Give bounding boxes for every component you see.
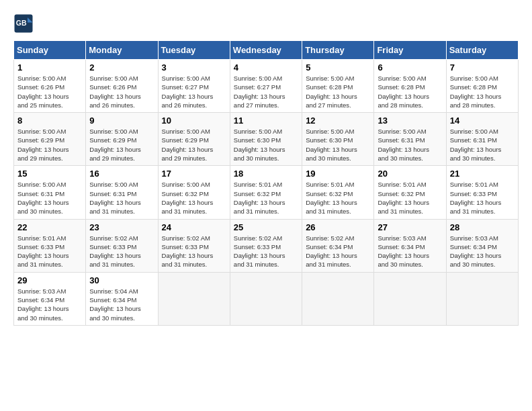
weekday-header-thursday: Thursday [302,41,374,60]
calendar-cell: 15Sunrise: 5:00 AM Sunset: 6:31 PM Dayli… [14,166,86,219]
day-info: Sunrise: 5:01 AM Sunset: 6:33 PM Dayligh… [17,234,82,269]
calendar-cell: 22Sunrise: 5:01 AM Sunset: 6:33 PM Dayli… [14,219,86,272]
day-info: Sunrise: 5:00 AM Sunset: 6:26 PM Dayligh… [89,74,154,109]
day-number: 7 [450,62,515,73]
logo-icon: GB [13,13,34,34]
calendar-cell [374,272,446,325]
day-info: Sunrise: 5:00 AM Sunset: 6:30 PM Dayligh… [234,127,298,163]
day-number: 1 [17,62,82,73]
day-info: Sunrise: 5:00 AM Sunset: 6:31 PM Dayligh… [450,127,515,163]
day-number: 2 [89,62,154,73]
calendar-cell: 1Sunrise: 5:00 AM Sunset: 6:26 PM Daylig… [14,60,86,113]
calendar-cell: 23Sunrise: 5:02 AM Sunset: 6:33 PM Dayli… [86,219,158,272]
day-info: Sunrise: 5:00 AM Sunset: 6:29 PM Dayligh… [17,127,82,163]
calendar-cell: 30Sunrise: 5:04 AM Sunset: 6:34 PM Dayli… [86,272,158,325]
day-info: Sunrise: 5:01 AM Sunset: 6:33 PM Dayligh… [450,180,515,216]
day-info: Sunrise: 5:00 AM Sunset: 6:31 PM Dayligh… [89,180,154,216]
calendar-cell: 5Sunrise: 5:00 AM Sunset: 6:28 PM Daylig… [302,60,374,113]
weekday-header-saturday: Saturday [446,41,518,60]
calendar-cell: 24Sunrise: 5:02 AM Sunset: 6:33 PM Dayli… [158,219,230,272]
day-number: 26 [306,222,370,232]
calendar-cell [446,272,518,325]
day-info: Sunrise: 5:01 AM Sunset: 6:32 PM Dayligh… [378,180,442,216]
day-number: 19 [306,169,370,179]
day-number: 15 [17,169,82,179]
calendar-week-4: 22Sunrise: 5:01 AM Sunset: 6:33 PM Dayli… [14,219,519,272]
day-info: Sunrise: 5:00 AM Sunset: 6:28 PM Dayligh… [306,74,370,109]
day-number: 30 [89,275,154,285]
day-number: 27 [378,222,442,232]
calendar-week-5: 29Sunrise: 5:03 AM Sunset: 6:34 PM Dayli… [14,272,519,325]
day-info: Sunrise: 5:00 AM Sunset: 6:27 PM Dayligh… [162,74,226,109]
day-info: Sunrise: 5:00 AM Sunset: 6:31 PM Dayligh… [378,127,442,163]
day-info: Sunrise: 5:03 AM Sunset: 6:34 PM Dayligh… [17,287,82,322]
weekday-header-tuesday: Tuesday [158,41,230,60]
day-number: 11 [234,116,298,126]
day-number: 8 [17,116,82,126]
day-info: Sunrise: 5:00 AM Sunset: 6:31 PM Dayligh… [17,180,82,216]
day-info: Sunrise: 5:00 AM Sunset: 6:27 PM Dayligh… [234,74,298,109]
weekday-header-wednesday: Wednesday [230,41,302,60]
calendar-cell: 10Sunrise: 5:00 AM Sunset: 6:29 PM Dayli… [158,113,230,166]
day-info: Sunrise: 5:00 AM Sunset: 6:30 PM Dayligh… [306,127,370,163]
day-number: 14 [450,116,515,126]
day-info: Sunrise: 5:00 AM Sunset: 6:28 PM Dayligh… [378,74,442,109]
day-number: 10 [162,116,226,126]
weekday-header-row: SundayMondayTuesdayWednesdayThursdayFrid… [14,41,519,60]
calendar-cell: 4Sunrise: 5:00 AM Sunset: 6:27 PM Daylig… [230,60,302,113]
calendar-cell [230,272,302,325]
day-info: Sunrise: 5:01 AM Sunset: 6:32 PM Dayligh… [234,180,298,216]
calendar-cell: 13Sunrise: 5:00 AM Sunset: 6:31 PM Dayli… [374,113,446,166]
day-info: Sunrise: 5:03 AM Sunset: 6:34 PM Dayligh… [378,234,442,269]
calendar-cell: 9Sunrise: 5:00 AM Sunset: 6:29 PM Daylig… [86,113,158,166]
calendar-cell: 27Sunrise: 5:03 AM Sunset: 6:34 PM Dayli… [374,219,446,272]
day-info: Sunrise: 5:03 AM Sunset: 6:34 PM Dayligh… [450,234,515,269]
header: GB [13,13,519,34]
day-number: 22 [17,222,82,232]
day-info: Sunrise: 5:02 AM Sunset: 6:33 PM Dayligh… [162,234,226,269]
day-info: Sunrise: 5:00 AM Sunset: 6:29 PM Dayligh… [162,127,226,163]
calendar-cell: 12Sunrise: 5:00 AM Sunset: 6:30 PM Dayli… [302,113,374,166]
weekday-header-sunday: Sunday [14,41,86,60]
calendar-cell: 28Sunrise: 5:03 AM Sunset: 6:34 PM Dayli… [446,219,518,272]
weekday-header-friday: Friday [374,41,446,60]
logo: GB [13,13,36,34]
calendar-cell: 20Sunrise: 5:01 AM Sunset: 6:32 PM Dayli… [374,166,446,219]
day-number: 29 [17,275,82,285]
day-number: 20 [378,169,442,179]
day-number: 16 [89,169,154,179]
calendar-cell: 29Sunrise: 5:03 AM Sunset: 6:34 PM Dayli… [14,272,86,325]
day-info: Sunrise: 5:02 AM Sunset: 6:34 PM Dayligh… [306,234,370,269]
calendar-week-2: 8Sunrise: 5:00 AM Sunset: 6:29 PM Daylig… [14,113,519,166]
day-number: 9 [89,116,154,126]
day-number: 25 [234,222,298,232]
day-info: Sunrise: 5:02 AM Sunset: 6:33 PM Dayligh… [89,234,154,269]
calendar-week-3: 15Sunrise: 5:00 AM Sunset: 6:31 PM Dayli… [14,166,519,219]
day-info: Sunrise: 5:00 AM Sunset: 6:29 PM Dayligh… [89,127,154,163]
day-number: 13 [378,116,442,126]
day-number: 24 [162,222,226,232]
day-number: 5 [306,62,370,73]
calendar: SundayMondayTuesdayWednesdayThursdayFrid… [13,40,519,326]
day-info: Sunrise: 5:04 AM Sunset: 6:34 PM Dayligh… [89,287,154,322]
calendar-cell: 25Sunrise: 5:02 AM Sunset: 6:33 PM Dayli… [230,219,302,272]
day-number: 17 [162,169,226,179]
day-number: 4 [234,62,298,73]
calendar-cell: 21Sunrise: 5:01 AM Sunset: 6:33 PM Dayli… [446,166,518,219]
calendar-cell: 8Sunrise: 5:00 AM Sunset: 6:29 PM Daylig… [14,113,86,166]
calendar-cell: 11Sunrise: 5:00 AM Sunset: 6:30 PM Dayli… [230,113,302,166]
day-info: Sunrise: 5:00 AM Sunset: 6:28 PM Dayligh… [450,74,515,109]
calendar-cell: 7Sunrise: 5:00 AM Sunset: 6:28 PM Daylig… [446,60,518,113]
day-number: 28 [450,222,515,232]
calendar-cell: 3Sunrise: 5:00 AM Sunset: 6:27 PM Daylig… [158,60,230,113]
day-info: Sunrise: 5:00 AM Sunset: 6:26 PM Dayligh… [17,74,82,109]
calendar-cell [302,272,374,325]
calendar-body: 1Sunrise: 5:00 AM Sunset: 6:26 PM Daylig… [14,60,519,326]
calendar-cell: 16Sunrise: 5:00 AM Sunset: 6:31 PM Dayli… [86,166,158,219]
day-info: Sunrise: 5:02 AM Sunset: 6:33 PM Dayligh… [234,234,298,269]
calendar-cell: 6Sunrise: 5:00 AM Sunset: 6:28 PM Daylig… [374,60,446,113]
day-info: Sunrise: 5:00 AM Sunset: 6:32 PM Dayligh… [162,180,226,216]
day-number: 6 [378,62,442,73]
calendar-cell: 18Sunrise: 5:01 AM Sunset: 6:32 PM Dayli… [230,166,302,219]
calendar-cell: 14Sunrise: 5:00 AM Sunset: 6:31 PM Dayli… [446,113,518,166]
